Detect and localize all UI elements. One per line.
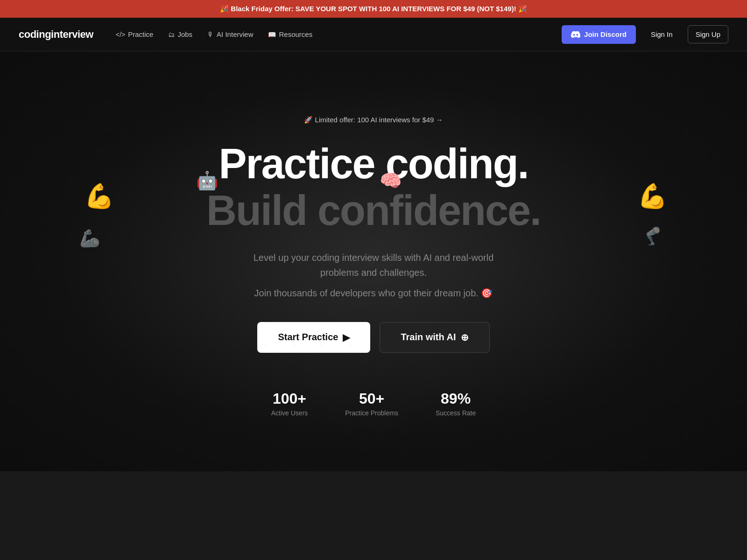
arm-right-emoji: 🦿 [642, 226, 663, 246]
banner-text: 🎉 Black Friday Offer: SAVE YOUR SPOT WIT… [220, 5, 527, 13]
sign-up-button[interactable]: Sign Up [688, 25, 728, 43]
nav-link-jobs[interactable]: 🗂 Jobs [168, 30, 192, 38]
join-discord-button[interactable]: Join Discord [562, 25, 636, 44]
brain-emoji: 🧠 [380, 170, 402, 191]
nav-item-practice[interactable]: </> Practice [116, 30, 153, 38]
jobs-icon: 🗂 [168, 31, 175, 38]
stat-practice-problems-label: Practice Problems [345, 409, 398, 417]
limited-offer-text: 🚀 Limited offer: 100 AI interviews for $… [304, 116, 443, 124]
hero-subtitle: Level up your coding interview skills wi… [243, 250, 504, 280]
promo-banner: 🎉 Black Friday Offer: SAVE YOUR SPOT WIT… [0, 0, 747, 18]
navbar-left: codinginterview </> Practice 🗂 Jobs 🎙 AI… [19, 28, 312, 41]
nav-item-ai-interview[interactable]: 🎙 AI Interview [207, 30, 253, 38]
stat-active-users: 100+ Active Users [271, 390, 308, 417]
hero-title-line1: Practice coding. [218, 143, 528, 185]
stat-success-rate: 89% Success Rate [436, 390, 476, 417]
nav-label-practice: Practice [128, 30, 153, 38]
play-icon: ▶ [343, 332, 350, 343]
arm-left-emoji: 🦾 [79, 229, 100, 248]
signin-label: Sign In [651, 30, 673, 38]
stat-active-users-label: Active Users [271, 409, 308, 417]
sign-in-button[interactable]: Sign In [643, 26, 680, 43]
stats-row: 100+ Active Users 50+ Practice Problems … [271, 390, 476, 417]
resources-icon: 📖 [268, 31, 276, 38]
limited-offer-banner[interactable]: 🚀 Limited offer: 100 AI interviews for $… [304, 116, 443, 124]
signup-label: Sign Up [696, 30, 720, 38]
stat-success-rate-label: Success Rate [436, 409, 476, 417]
nav-item-jobs[interactable]: 🗂 Jobs [168, 30, 192, 38]
muscle-right-emoji: 💪 [637, 182, 668, 210]
navbar: codinginterview </> Practice 🗂 Jobs 🎙 AI… [0, 18, 747, 51]
hero-title-line2: Build confidence. [206, 189, 541, 231]
stat-active-users-number: 100+ [271, 390, 308, 407]
stat-success-rate-number: 89% [436, 390, 476, 407]
nav-links: </> Practice 🗂 Jobs 🎙 AI Interview 📖 [116, 30, 312, 38]
nav-item-resources[interactable]: 📖 Resources [268, 30, 312, 38]
robot-emoji: 🤖 [196, 170, 218, 191]
nav-link-ai-interview[interactable]: 🎙 AI Interview [207, 30, 253, 38]
discord-icon [571, 30, 580, 39]
navbar-right: Join Discord Sign In Sign Up [562, 25, 728, 44]
logo[interactable]: codinginterview [19, 28, 93, 41]
ai-icon: 🎙 [207, 31, 214, 38]
code-icon: </> [116, 31, 125, 38]
discord-button-label: Join Discord [584, 30, 627, 38]
hero-join-text: Join thousands of developers who got the… [254, 287, 493, 299]
hero-section: 💪 🦾 🤖 🧠 💪 🦿 🚀 Limited offer: 100 AI inte… [0, 51, 747, 471]
train-with-ai-button[interactable]: Train with AI ⊕ [380, 322, 489, 353]
nav-label-jobs: Jobs [177, 30, 192, 38]
start-practice-button[interactable]: Start Practice ▶ [257, 322, 370, 353]
nav-link-resources[interactable]: 📖 Resources [268, 30, 312, 38]
muscle-left-emoji: 💪 [84, 182, 114, 210]
nav-label-resources: Resources [279, 30, 312, 38]
ai-symbol-icon: ⊕ [461, 332, 469, 343]
nav-link-practice[interactable]: </> Practice [116, 30, 153, 38]
train-ai-label: Train with AI [401, 332, 456, 343]
start-practice-label: Start Practice [278, 332, 338, 343]
nav-label-ai-interview: AI Interview [217, 30, 253, 38]
stat-practice-problems: 50+ Practice Problems [345, 390, 398, 417]
hero-buttons: Start Practice ▶ Train with AI ⊕ [257, 322, 489, 353]
stat-practice-problems-number: 50+ [345, 390, 398, 407]
